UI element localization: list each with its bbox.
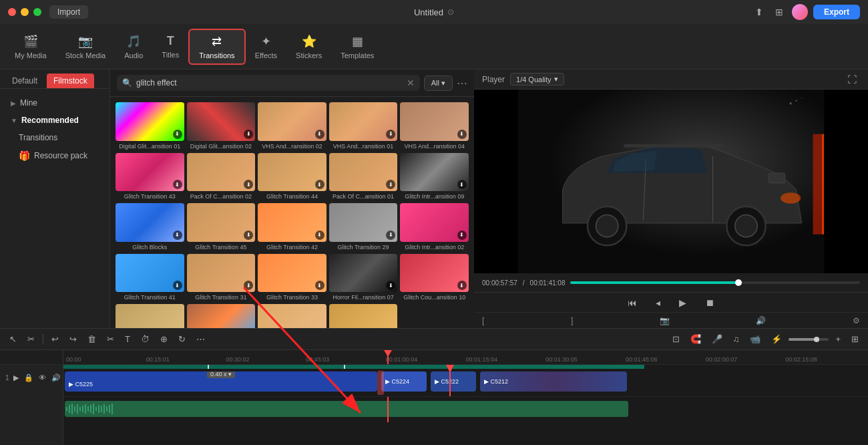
avatar[interactable] xyxy=(792,4,808,20)
mark-out-button[interactable]: ] xyxy=(571,316,573,325)
import-button[interactable]: Import xyxy=(49,5,88,19)
list-item[interactable]: ⬇ Glitch Transition 31 xyxy=(187,254,256,302)
grid-icon[interactable]: ⊞ xyxy=(772,5,787,19)
list-item[interactable]: ⬇ Digital Glit...ansition 01 xyxy=(116,102,184,150)
step-back-button[interactable]: ◂ xyxy=(652,296,664,309)
tl-speed-icon[interactable]: ⚡ xyxy=(767,332,786,346)
list-item[interactable]: ⬇ Glitch Intr...ansition 09 xyxy=(400,153,469,201)
list-item[interactable]: ⬇ Glitch Blocks xyxy=(116,203,184,251)
tl-zoom-in[interactable]: + xyxy=(831,332,845,346)
play-button[interactable]: ▶ xyxy=(675,296,690,309)
tool-effects[interactable]: ✦ Effects xyxy=(246,30,286,63)
nav-recommended[interactable]: ▼ Recommended xyxy=(0,112,110,129)
close-button[interactable] xyxy=(8,8,16,16)
tl-undo[interactable]: ↩ xyxy=(47,332,63,346)
quality-label: 1/4 Quality xyxy=(516,76,552,84)
tab-filmstock[interactable]: Filmstock xyxy=(47,73,94,88)
tl-layout-icon[interactable]: ⊞ xyxy=(847,332,863,346)
clip-c5212[interactable]: ▶ C5212 xyxy=(480,372,627,392)
tl-rotate[interactable]: ↻ xyxy=(174,332,190,346)
tool-audio[interactable]: 🎵 Audio xyxy=(115,30,152,63)
tl-snap-icon[interactable]: ⊡ xyxy=(668,332,684,346)
list-item[interactable]: ⬇ Glitch Transition 45 xyxy=(187,203,256,251)
nav-resource-pack[interactable]: 🎁 Resource pack xyxy=(0,146,110,165)
track-video-icon[interactable]: ▶ xyxy=(12,374,20,382)
tool-my-media[interactable]: 🎬 My Media xyxy=(5,30,56,63)
nav-transitions-label: Transitions xyxy=(19,133,57,142)
list-item[interactable]: ⬇ Glitch Transition 44 xyxy=(258,153,327,201)
export-button[interactable]: Export xyxy=(813,5,860,19)
tl-text[interactable]: T xyxy=(121,332,134,346)
share-icon[interactable]: ⬆ xyxy=(752,5,767,19)
svg-point-13 xyxy=(790,102,792,104)
maximize-button[interactable] xyxy=(33,8,41,16)
list-item[interactable]: ⬇ Glitch Intr...ansition 02 xyxy=(400,203,469,251)
tl-audio-icon[interactable]: ♫ xyxy=(729,332,744,346)
list-item[interactable]: ⬇ xyxy=(329,304,398,328)
list-item[interactable]: ⬇ Glitch Transition 42 xyxy=(258,203,327,251)
volume-icon[interactable]: 🔊 xyxy=(756,316,766,325)
tool-transitions[interactable]: ⇄ Transitions xyxy=(188,29,245,65)
more-options-button[interactable]: ⋯ xyxy=(457,77,467,90)
clip-c5225[interactable]: 0.40 x ▾ ▶ C5225 xyxy=(65,372,377,392)
search-input[interactable] xyxy=(136,78,403,88)
tl-magnet-icon[interactable]: 🧲 xyxy=(686,332,705,346)
track-lock-icon[interactable]: 🔒 xyxy=(23,374,35,382)
list-item[interactable]: ⬇ Glitch Transition 41 xyxy=(116,254,184,302)
skip-back-button[interactable]: ⏮ xyxy=(624,296,641,309)
track-audio-toggle[interactable]: 🔊 xyxy=(50,374,62,382)
tl-more[interactable]: ⋯ xyxy=(192,332,209,346)
list-item[interactable]: ⬇ Glitch Transition 29 xyxy=(329,203,398,251)
settings-icon[interactable]: ⚙ xyxy=(853,316,860,325)
waveform-svg xyxy=(65,402,626,416)
filter-button[interactable]: All ▾ xyxy=(424,76,453,91)
tl-split-tool[interactable]: ✂ xyxy=(23,332,39,346)
tl-cut[interactable]: ✂ xyxy=(103,332,118,346)
list-item[interactable]: ⬇ VHS And...ransition 01 xyxy=(329,102,398,150)
list-item[interactable]: ⬇ Glitch Transition 43 xyxy=(116,153,184,201)
list-item[interactable]: ⬇ Digital Glit...ansition 02 xyxy=(187,102,256,150)
list-item[interactable]: ⬇ xyxy=(116,304,184,328)
list-item[interactable]: ⬇ xyxy=(258,304,327,328)
tl-mic-icon[interactable]: 🎤 xyxy=(708,332,726,346)
stop-button[interactable]: ⏹ xyxy=(701,296,718,309)
nav-mine[interactable]: ▶ Mine xyxy=(0,94,110,112)
minimize-button[interactable] xyxy=(21,8,29,16)
track-mute-icon[interactable]: 👁 xyxy=(37,374,47,382)
fullscreen-icon[interactable]: ⛶ xyxy=(844,73,860,86)
tool-stock-media[interactable]: 📷 Stock Media xyxy=(56,30,116,63)
list-item[interactable]: ⬇ VHS And...ransition 02 xyxy=(258,102,327,150)
snapshot-button[interactable]: 📷 xyxy=(660,316,670,325)
list-item[interactable]: ⬇ Horror Fil...ransition 07 xyxy=(329,254,398,302)
tool-stickers[interactable]: ⭐ Stickers xyxy=(286,30,331,63)
tl-camera-icon[interactable]: 📹 xyxy=(746,332,765,346)
audio-clip[interactable] xyxy=(65,401,628,417)
tl-select-tool[interactable]: ↖ xyxy=(5,332,21,346)
tl-split2[interactable]: ⊕ xyxy=(156,332,172,346)
list-item[interactable]: ⬇ xyxy=(187,304,256,328)
list-item[interactable]: ⬇ Pack Of C...ansition 02 xyxy=(187,153,256,201)
tl-redo[interactable]: ↪ xyxy=(65,332,81,346)
svg-rect-17 xyxy=(69,405,70,413)
clip-c5247[interactable]: ▶ C5224 xyxy=(381,372,427,392)
search-bar: 🔍 ✕ All ▾ ⋯ xyxy=(110,69,474,97)
tl-duration[interactable]: ⏱ xyxy=(137,332,154,346)
mark-in-button[interactable]: [ xyxy=(482,316,484,325)
list-item[interactable]: ⬇ Pack Of C...ansition 01 xyxy=(329,153,398,201)
tool-titles[interactable]: T Titles xyxy=(152,30,188,63)
list-item[interactable]: ⬇ VHS And...ransition 04 xyxy=(400,102,469,150)
nav-transitions[interactable]: Transitions xyxy=(0,129,110,146)
clip-c5222[interactable]: ▶ C5222 xyxy=(431,372,476,392)
zoom-slider[interactable] xyxy=(789,338,829,341)
quality-select[interactable]: 1/4 Quality ▾ xyxy=(510,73,564,86)
tab-default[interactable]: Default xyxy=(5,73,44,88)
panel-tabs: Default Filmstock xyxy=(0,69,110,89)
chevron-down-icon: ▼ xyxy=(11,117,17,124)
tl-delete[interactable]: 🗑 xyxy=(83,332,100,346)
progress-track[interactable] xyxy=(570,281,860,284)
svg-rect-24 xyxy=(87,406,89,412)
tool-templates[interactable]: ▦ Templates xyxy=(331,30,383,63)
clear-search-button[interactable]: ✕ xyxy=(407,78,415,88)
list-item[interactable]: ⬇ Glitch Transition 33 xyxy=(258,254,327,302)
list-item[interactable]: ⬇ Glitch Cou...ansition 10 xyxy=(400,254,469,302)
